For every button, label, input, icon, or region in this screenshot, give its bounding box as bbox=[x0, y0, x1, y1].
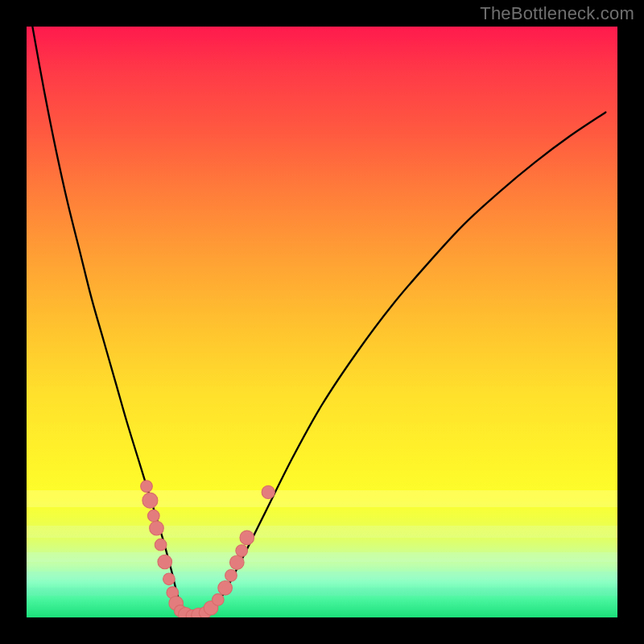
data-dot bbox=[262, 485, 275, 498]
chart-frame: TheBottleneck.com bbox=[0, 0, 644, 644]
chart-svg bbox=[27, 27, 617, 617]
data-dot bbox=[158, 555, 172, 569]
data-dot bbox=[141, 481, 153, 493]
data-dot bbox=[163, 573, 175, 585]
plot-area bbox=[27, 27, 617, 617]
data-dot bbox=[212, 594, 224, 606]
data-dot bbox=[236, 545, 248, 557]
data-dot bbox=[150, 521, 164, 535]
data-dot bbox=[147, 510, 159, 522]
data-dot bbox=[142, 493, 158, 508]
data-dot bbox=[155, 539, 167, 551]
data-dot bbox=[225, 570, 237, 582]
data-dot bbox=[240, 530, 254, 545]
data-dots bbox=[141, 481, 275, 617]
bottleneck-curve bbox=[32, 27, 605, 616]
data-dot bbox=[218, 580, 233, 595]
watermark-text: TheBottleneck.com bbox=[480, 3, 634, 24]
data-dot bbox=[229, 555, 244, 570]
